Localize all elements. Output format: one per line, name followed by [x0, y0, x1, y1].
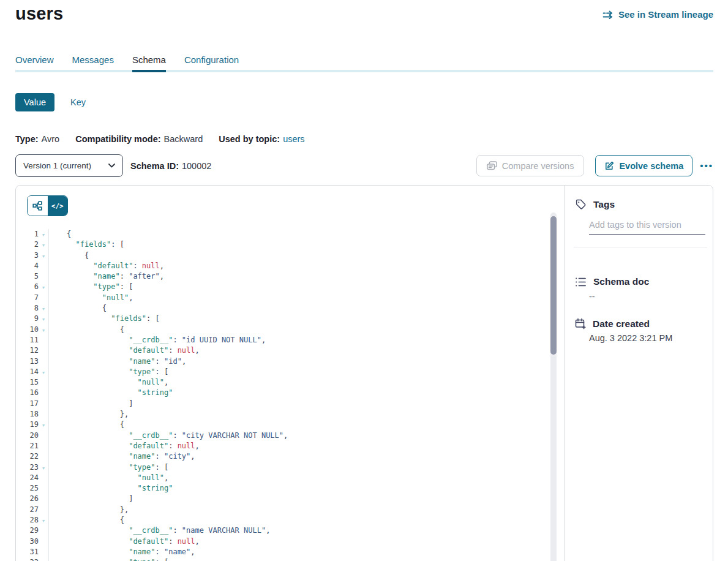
- code-line: 6▾ "type": [: [16, 282, 549, 292]
- tags-title: Tags: [593, 199, 615, 210]
- tab-schema[interactable]: Schema: [132, 55, 166, 72]
- compare-versions-label: Compare versions: [502, 161, 574, 171]
- schema-sidebar: Tags Schema doc --: [565, 186, 713, 561]
- code-line: 10▾ {: [16, 325, 549, 335]
- tags-input[interactable]: [589, 218, 705, 235]
- fold-arrow-slot: [39, 547, 48, 557]
- meta-compatibility-label: Compatibility mode:: [75, 134, 160, 144]
- line-number: 25: [16, 483, 39, 494]
- line-number: 31: [16, 547, 39, 557]
- tree-view-button[interactable]: [28, 196, 48, 216]
- code-text: ]: [48, 399, 549, 409]
- code-text: "string": [48, 483, 549, 494]
- value-tab-button[interactable]: Value: [15, 93, 54, 111]
- date-created-title: Date created: [593, 318, 650, 329]
- code-line: 12 "default": null,: [16, 345, 549, 356]
- code-text: ]: [48, 494, 549, 504]
- tag-icon: [575, 198, 587, 210]
- fold-arrow-slot: [39, 293, 48, 303]
- code-text: "__crdb__": "city VARCHAR NOT NULL",: [48, 431, 549, 441]
- code-text: },: [48, 505, 549, 515]
- fold-arrow-icon[interactable]: ▾: [39, 282, 48, 292]
- editor-scrollbar-thumb[interactable]: [550, 216, 557, 355]
- line-number: 13: [16, 356, 39, 367]
- code-line: 23▾ "type": [: [16, 462, 549, 473]
- meta-type-value: Avro: [42, 134, 60, 144]
- topic-link[interactable]: users: [283, 134, 304, 144]
- view-toggle: </>: [27, 195, 68, 216]
- line-number: 21: [16, 441, 39, 451]
- fold-arrow-icon[interactable]: ▾: [39, 239, 48, 250]
- code-line: 18 },: [16, 409, 549, 420]
- code-text: },: [48, 409, 549, 420]
- code-line: 26 ]: [16, 494, 549, 504]
- stream-lineage-link[interactable]: See in Stream lineage: [602, 9, 713, 20]
- code-line: 4 "default": null,: [16, 261, 549, 271]
- line-number: 29: [16, 525, 39, 536]
- fold-arrow-icon[interactable]: ▾: [39, 325, 48, 335]
- fold-arrow-slot: [39, 483, 48, 494]
- fold-arrow-slot: [39, 356, 48, 367]
- calendar-plus-icon: [575, 318, 586, 329]
- code-text: "__crdb__": "name VARCHAR NULL",: [48, 525, 549, 536]
- fold-arrow-icon[interactable]: ▾: [39, 420, 48, 430]
- fold-arrow-slot: [39, 431, 48, 441]
- code-text: "null",: [48, 473, 549, 483]
- version-select[interactable]: Version 1 (current): [15, 154, 123, 177]
- more-options-button[interactable]: •••: [700, 160, 713, 171]
- fold-arrow-icon[interactable]: ▾: [39, 367, 48, 377]
- code-text: {: [48, 250, 549, 261]
- code-text: {: [48, 515, 549, 525]
- code-text: "type": [: [48, 367, 549, 377]
- code-line: 32▾ "type": [: [16, 557, 549, 561]
- schema-doc-header: Schema doc: [575, 276, 649, 287]
- code-line: 5 "name": "after",: [16, 271, 549, 282]
- code-text: "null",: [48, 377, 549, 388]
- code-view-button[interactable]: </>: [48, 196, 68, 216]
- code-line: 8▾ {: [16, 303, 549, 314]
- fold-arrow-slot: [39, 335, 48, 345]
- fold-arrow-slot: [39, 399, 48, 409]
- code-text: "name": "id",: [48, 356, 549, 367]
- fold-arrow-icon[interactable]: ▾: [39, 314, 48, 324]
- code-text: {: [48, 420, 549, 430]
- line-number: 9: [16, 314, 39, 324]
- version-select-value: Version 1 (current): [23, 161, 91, 170]
- fold-arrow-icon[interactable]: ▾: [39, 515, 48, 525]
- stream-lineage-icon: [602, 10, 614, 19]
- code-line: 7 "null",: [16, 293, 549, 303]
- fold-arrow-slot: [39, 473, 48, 483]
- code-text: "fields": [: [48, 314, 549, 324]
- code-line: 25 "string": [16, 483, 549, 494]
- fold-arrow-icon[interactable]: ▾: [39, 557, 48, 561]
- list-icon: [575, 277, 587, 287]
- code-text: "default": null,: [48, 537, 549, 547]
- code-text: "name": "name",: [48, 547, 549, 557]
- fold-arrow-slot: [39, 271, 48, 282]
- fold-arrow-icon[interactable]: ▾: [39, 250, 48, 261]
- meta-topic-label: Used by topic:: [219, 134, 280, 144]
- line-number: 20: [16, 431, 39, 441]
- meta-type-label: Type:: [15, 134, 39, 144]
- fold-arrow-icon[interactable]: ▾: [39, 462, 48, 473]
- line-number: 5: [16, 271, 39, 282]
- code-text: "__crdb__": "id UUID NOT NULL",: [48, 335, 549, 345]
- fold-arrow-slot: [39, 409, 48, 420]
- line-number: 15: [16, 377, 39, 388]
- code-line: 30 "default": null,: [16, 537, 549, 547]
- meta-compatibility: Compatibility mode:Backward: [75, 134, 203, 144]
- tags-section-header: Tags: [575, 198, 615, 210]
- key-tab-button[interactable]: Key: [70, 97, 86, 107]
- fold-arrow-slot: [39, 345, 48, 356]
- code-line: 29 "__crdb__": "name VARCHAR NULL",: [16, 525, 549, 536]
- line-number: 32: [16, 557, 39, 561]
- code-line: 19▾ {: [16, 420, 549, 430]
- fold-arrow-icon[interactable]: ▾: [39, 229, 48, 239]
- compare-versions-button[interactable]: Compare versions: [476, 155, 585, 176]
- sidebar-divider: [574, 247, 707, 247]
- line-number: 22: [16, 451, 39, 462]
- editor-scrollbar-track[interactable]: [550, 213, 557, 561]
- fold-arrow-icon[interactable]: ▾: [39, 303, 48, 314]
- evolve-schema-button[interactable]: Evolve schema: [595, 155, 692, 176]
- chevron-down-icon: [108, 164, 115, 168]
